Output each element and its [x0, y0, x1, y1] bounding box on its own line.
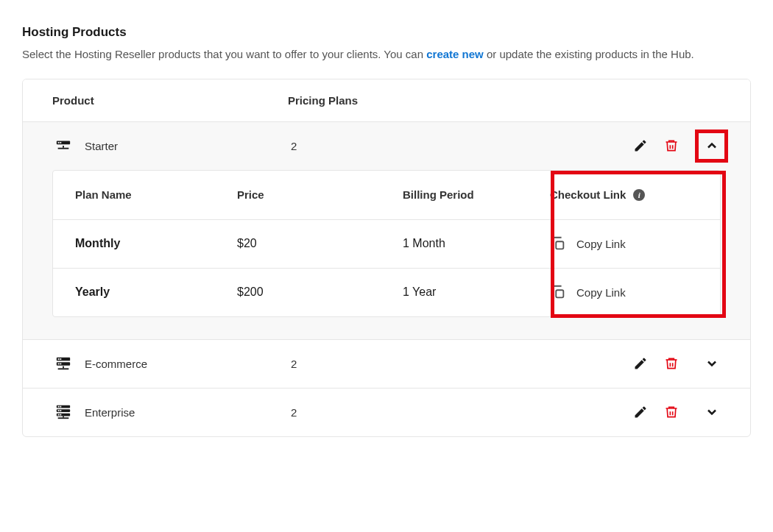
- product-plans-count: 2: [291, 358, 633, 370]
- svg-rect-5: [556, 241, 563, 249]
- plans-header-row: Plan Name Price Billing Period Checkout …: [53, 171, 720, 219]
- server-icon: [55, 355, 71, 372]
- server-icon: [55, 404, 71, 420]
- svg-rect-17: [60, 406, 61, 408]
- plan-period: 1 Month: [403, 237, 550, 250]
- expand-button[interactable]: [695, 396, 728, 429]
- svg-rect-12: [60, 363, 61, 365]
- svg-rect-9: [60, 358, 61, 360]
- col-price: Price: [237, 188, 403, 201]
- copy-icon: [550, 235, 566, 252]
- product-name: Starter: [85, 140, 291, 152]
- svg-rect-23: [60, 414, 61, 416]
- svg-rect-6: [556, 290, 563, 297]
- col-period: Billing Period: [403, 188, 550, 201]
- svg-rect-3: [63, 146, 64, 148]
- info-icon[interactable]: i: [633, 189, 645, 201]
- product-row-enterprise[interactable]: Enterprise 2: [23, 388, 750, 436]
- products-card: Product Pricing Plans Starter 2 Plan Nam…: [22, 79, 751, 437]
- plans-table: Plan Name Price Billing Period Checkout …: [52, 170, 721, 317]
- svg-rect-14: [58, 368, 69, 369]
- copy-link-button[interactable]: Copy Link: [550, 235, 626, 252]
- edit-button[interactable]: [633, 405, 648, 419]
- product-plans-count: 2: [291, 406, 633, 419]
- copy-icon: [550, 284, 566, 300]
- edit-button[interactable]: [633, 356, 648, 371]
- svg-rect-1: [58, 142, 60, 143]
- desc-prefix: Select the Hosting Reseller products tha…: [22, 48, 426, 60]
- expand-button[interactable]: [695, 347, 728, 380]
- col-checkout-label: Checkout Link: [550, 188, 626, 201]
- svg-rect-16: [58, 406, 60, 408]
- copy-link-label: Copy Link: [576, 286, 626, 299]
- copy-link-label: Copy Link: [576, 238, 626, 250]
- plan-period: 1 Year: [403, 285, 550, 299]
- col-plan-name: Plan Name: [75, 188, 237, 201]
- svg-rect-2: [60, 142, 61, 143]
- edit-button[interactable]: [633, 138, 648, 153]
- plan-row-monthly: Monthly $20 1 Month Copy Link: [53, 219, 720, 268]
- chevron-down-icon: [705, 356, 719, 371]
- product-row-ecommerce[interactable]: E-commerce 2: [23, 339, 750, 388]
- svg-rect-4: [58, 148, 69, 149]
- delete-button[interactable]: [664, 405, 679, 419]
- svg-rect-11: [58, 363, 60, 365]
- plans-expanded-area: Plan Name Price Billing Period Checkout …: [23, 170, 750, 339]
- create-new-link[interactable]: create new: [426, 48, 484, 60]
- col-checkout: Checkout Link i: [550, 188, 698, 201]
- product-plans-count: 2: [291, 140, 633, 152]
- plan-name: Yearly: [75, 285, 237, 299]
- delete-button[interactable]: [664, 138, 679, 153]
- header-product: Product: [52, 94, 288, 107]
- svg-rect-25: [58, 417, 69, 419]
- page-description: Select the Hosting Reseller products tha…: [22, 44, 751, 65]
- plan-price: $20: [237, 237, 403, 250]
- server-icon: [55, 138, 71, 154]
- plan-name: Monthly: [75, 237, 237, 250]
- product-row-starter[interactable]: Starter 2: [23, 121, 750, 170]
- header-plans: Pricing Plans: [288, 94, 721, 107]
- svg-rect-8: [58, 358, 60, 360]
- chevron-down-icon: [705, 405, 719, 419]
- desc-suffix: or update the existing products in the H…: [484, 48, 694, 60]
- product-name: Enterprise: [85, 406, 291, 419]
- collapse-button[interactable]: [695, 130, 728, 163]
- svg-rect-22: [58, 414, 60, 416]
- table-header: Product Pricing Plans: [23, 79, 750, 121]
- page-title: Hosting Products: [22, 25, 751, 40]
- svg-rect-24: [63, 416, 64, 418]
- svg-rect-20: [60, 410, 61, 411]
- product-name: E-commerce: [85, 358, 291, 370]
- copy-link-button[interactable]: Copy Link: [550, 284, 626, 300]
- svg-rect-13: [63, 366, 64, 369]
- delete-button[interactable]: [664, 356, 679, 371]
- plan-row-yearly: Yearly $200 1 Year Copy Link: [53, 268, 720, 316]
- svg-rect-19: [58, 410, 60, 411]
- plan-price: $200: [237, 285, 403, 299]
- chevron-up-icon: [705, 138, 719, 153]
